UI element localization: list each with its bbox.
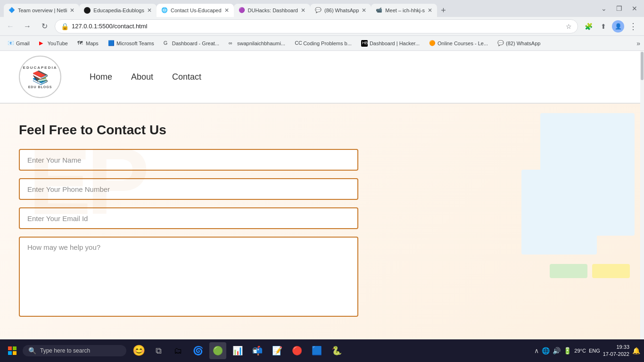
taskbar-icon-vsblue[interactable]: 🟦: [308, 342, 325, 359]
dashboard-favicon: G: [164, 40, 170, 47]
svg-rect-3: [13, 351, 17, 355]
windows-logo-icon: [8, 346, 17, 355]
tab-3-close[interactable]: ✕: [224, 7, 229, 14]
tray-datetime[interactable]: 19:33 17-07-2022: [603, 344, 629, 358]
extensions-button[interactable]: 🧩: [582, 20, 595, 33]
site-logo[interactable]: EDUCAPEDIA 📚 EDU BLOGS: [19, 56, 61, 98]
taskbar-icon-edge[interactable]: 🌀: [190, 342, 206, 359]
bookmark-youtube-label: YouTube: [48, 41, 68, 46]
tray-time-value: 19:33: [603, 344, 629, 351]
reload-button[interactable]: ↻: [38, 20, 51, 33]
nav-about[interactable]: About: [131, 72, 153, 82]
taskbar-icon-chrome[interactable]: 🟢: [209, 342, 226, 359]
browser-frame: 🔷 Team overview | Netli ✕ Educapedia-Edu…: [0, 0, 644, 362]
back-button[interactable]: ←: [4, 20, 17, 33]
bookmark-swapnil[interactable]: ∞ swapnilaichbhaumi...: [225, 39, 289, 48]
bookmark-hacker[interactable]: HB Dashboard | Hacker...: [357, 39, 423, 48]
bookmark-gmail-label: Gmail: [16, 41, 30, 46]
bookmark-coding[interactable]: CC Coding Problems b...: [291, 39, 355, 48]
bookmark-star-icon[interactable]: ☆: [566, 23, 572, 30]
bookmarks-bar: 📧 Gmail ▶ YouTube 🗺 Maps 🟦 Microsoft Tea…: [0, 36, 644, 51]
nav-home[interactable]: Home: [90, 72, 112, 82]
taskbar-icon-taskview[interactable]: ⧉: [150, 342, 167, 359]
phone-input[interactable]: [19, 178, 358, 200]
tab-6[interactable]: 📹 Meet – ich-hhkj-s ✕: [371, 4, 437, 17]
bookmark-youtube[interactable]: ▶ YouTube: [35, 39, 72, 48]
maximize-button[interactable]: ❐: [613, 4, 625, 13]
tab-6-close[interactable]: ✕: [428, 7, 432, 14]
tab-5-title: (86) WhatsApp: [324, 8, 359, 13]
bookmarks-more[interactable]: »: [636, 40, 640, 47]
window-controls: ⌄ ❐ ✕: [598, 4, 640, 13]
bookmark-gmail[interactable]: 📧 Gmail: [4, 39, 33, 48]
taskbar-icon-cortana[interactable]: 😊: [130, 342, 147, 359]
taskbar-icon-redapp[interactable]: 🔴: [289, 342, 305, 359]
message-textarea[interactable]: [19, 237, 358, 317]
tray-battery-icon[interactable]: 🔋: [563, 347, 571, 354]
tab-4-favicon: 🟣: [239, 7, 245, 14]
logo-text-top: EDUCAPEDIA: [23, 66, 58, 70]
bookmark-teams[interactable]: 🟦 Microsoft Teams: [104, 39, 158, 48]
site-header: EDUCAPEDIA 📚 EDU BLOGS Home About Contac…: [0, 51, 644, 103]
email-input[interactable]: [19, 207, 358, 229]
profile-button[interactable]: 👤: [612, 20, 624, 33]
taskbar-search[interactable]: 🔍 Type here to search: [23, 345, 126, 356]
scrollbar-thumb[interactable]: [641, 52, 644, 80]
tab-strip: 🔷 Team overview | Netli ✕ Educapedia-Edu…: [4, 0, 593, 17]
nav-contact[interactable]: Contact: [172, 72, 201, 82]
bookmark-whatsapp[interactable]: 💬 (82) WhatsApp: [494, 39, 544, 48]
logo-text-bottom: EDU BLOGS: [28, 85, 52, 89]
tab-1-title: Team overview | Netli: [18, 8, 67, 13]
tray-temp: 29°C: [574, 348, 586, 354]
bookmark-whatsapp-label: (82) WhatsApp: [506, 41, 540, 46]
bookmark-maps[interactable]: 🗺 Maps: [74, 39, 102, 48]
tab-2[interactable]: Educapedia-Edublogs ✕: [79, 4, 157, 17]
tab-5-close[interactable]: ✕: [362, 7, 366, 14]
tab-2-close[interactable]: ✕: [147, 7, 152, 14]
hacker-favicon: HB: [361, 40, 368, 47]
logo-books-icon: 📚: [32, 70, 49, 85]
tab-5[interactable]: 💬 (86) WhatsApp ✕: [310, 4, 371, 17]
bookmark-dashboard[interactable]: G Dashboard - Great...: [160, 39, 223, 48]
tray-up-arrow[interactable]: ∧: [534, 347, 539, 354]
browser-menu-button[interactable]: ⋮: [626, 20, 640, 33]
start-button[interactable]: [4, 342, 21, 359]
tab-4[interactable]: 🟣 DUHacks: Dashboard ✕: [234, 4, 310, 17]
youtube-favicon: ▶: [39, 40, 46, 47]
tray-notification-icon[interactable]: 🔔: [632, 347, 640, 354]
tab-6-title: Meet – ich-hhkj-s: [385, 8, 425, 13]
tab-1-favicon: 🔷: [8, 7, 15, 14]
svg-rect-0: [8, 346, 12, 350]
url-bar[interactable]: 🔒 127.0.0.1:5500/contact.html ☆: [55, 19, 578, 33]
whatsapp-favicon: 💬: [497, 40, 504, 47]
bookmark-courses-label: Online Courses - Le...: [438, 41, 488, 46]
tray-language: ENG: [589, 348, 600, 354]
new-tab-button[interactable]: +: [437, 4, 450, 17]
taskbar-icon-python[interactable]: 🐍: [328, 342, 345, 359]
forward-button[interactable]: →: [21, 20, 34, 33]
tray-network-icon[interactable]: 🌐: [542, 347, 550, 354]
taskbar-icon-word[interactable]: 📝: [269, 342, 286, 359]
taskbar-icon-explorer[interactable]: 🗂: [170, 342, 187, 359]
tray-speaker-icon[interactable]: 🔊: [553, 347, 561, 354]
tab-4-close[interactable]: ✕: [301, 7, 305, 14]
tab-3-title: Contact Us-Educaped: [171, 8, 222, 13]
minimize-button[interactable]: ⌄: [598, 4, 610, 13]
coding-favicon: CC: [295, 40, 301, 47]
taskbar-icon-excel[interactable]: 📊: [229, 342, 246, 359]
taskbar-icon-outlook[interactable]: 📬: [249, 342, 266, 359]
contact-form-area: Feel Free to Contact Us: [19, 123, 372, 317]
name-input[interactable]: [19, 149, 358, 171]
tab-3-favicon: 🌐: [161, 7, 168, 14]
bookmark-courses[interactable]: 🟠 Online Courses - Le...: [425, 39, 492, 48]
share-button[interactable]: ⬆: [597, 20, 610, 33]
tab-3[interactable]: 🌐 Contact Us-Educaped ✕: [157, 4, 234, 17]
page-scrollbar[interactable]: [640, 51, 644, 339]
tab-1-close[interactable]: ✕: [70, 7, 74, 14]
title-bar: 🔷 Team overview | Netli ✕ Educapedia-Edu…: [0, 0, 644, 17]
taskbar-right: ∧ 🌐 🔊 🔋 29°C ENG 19:33 17-07-2022 🔔: [534, 344, 640, 358]
tab-1[interactable]: 🔷 Team overview | Netli ✕: [4, 4, 79, 17]
contact-section: Feel Free to Contact Us: [19, 123, 625, 317]
close-button[interactable]: ✕: [629, 4, 640, 13]
url-text: 127.0.0.1:5500/contact.html: [72, 23, 563, 30]
